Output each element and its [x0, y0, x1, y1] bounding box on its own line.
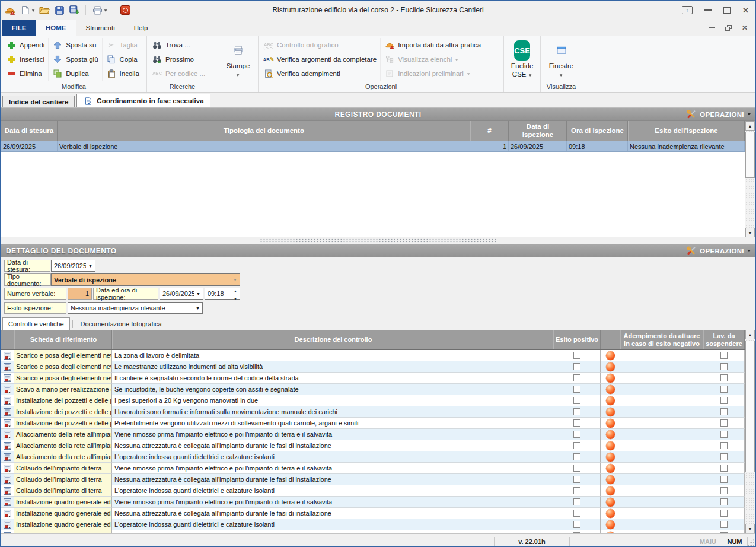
lav-da-sospendere-checkbox[interactable] [720, 442, 728, 449]
data-ispezione-combo[interactable]: 26/09/2025 [160, 288, 203, 300]
lav-da-sospendere-checkbox[interactable] [720, 465, 728, 472]
adempimento-cell[interactable] [620, 440, 703, 451]
stampe-button[interactable]: Stampe [219, 38, 257, 81]
col-numero[interactable]: # [470, 121, 509, 141]
save-as-button[interactable] [69, 5, 79, 15]
lav-da-sospendere-checkbox[interactable] [720, 453, 728, 460]
tab-home[interactable]: HOME [36, 20, 76, 36]
col-lav-da-sospendere[interactable]: Lav. da sospendere [703, 330, 745, 349]
minimize-button[interactable] [704, 9, 712, 11]
verifica-adempimenti-button[interactable]: Verifica adempimenti [261, 66, 379, 81]
col-ora-ispezione[interactable]: Ora di ispezione [567, 121, 628, 141]
data-di-stesura-combo[interactable]: 26/09/2025 [51, 260, 95, 272]
registro-scrollbar[interactable] [745, 121, 755, 237]
lav-da-sospendere-checkbox[interactable] [720, 521, 728, 528]
spinner-up-icon[interactable] [234, 287, 237, 294]
lav-da-sospendere-checkbox[interactable] [720, 487, 728, 494]
tab-controlli-e-verifiche[interactable]: Controlli e verifiche [2, 317, 70, 330]
ora-ispezione-field[interactable]: 09:18 [205, 288, 240, 300]
tab-coordinamento-in-fase-esecutiva[interactable]: Coordinamento in fase esecutiva [76, 94, 210, 107]
control-row[interactable]: Allacciamento della rete all'impianto di… [1, 451, 745, 463]
esito-positivo-checkbox[interactable] [573, 408, 580, 415]
maximize-button[interactable] [723, 7, 731, 14]
lav-da-sospendere-checkbox[interactable] [720, 498, 728, 505]
adempimento-cell[interactable] [620, 508, 703, 519]
lav-da-sospendere-checkbox[interactable] [720, 476, 728, 483]
adempimento-cell[interactable] [620, 519, 703, 530]
scroll-down-icon[interactable] [745, 228, 755, 237]
control-row[interactable]: Collaudo dell'impianto di terraL'operato… [1, 485, 745, 497]
mdi-minimize-button[interactable] [709, 27, 715, 28]
tab-help[interactable]: Help [125, 20, 158, 36]
adempimento-cell[interactable] [620, 350, 703, 361]
scroll-thumb[interactable] [745, 132, 755, 178]
mdi-restore-button[interactable] [725, 25, 732, 31]
lav-da-sospendere-checkbox[interactable] [720, 397, 728, 404]
scroll-up-icon[interactable] [745, 121, 755, 131]
splitter-grip[interactable] [260, 238, 497, 243]
print-button[interactable] [92, 6, 107, 15]
duplica-button[interactable]: Duplica [50, 66, 100, 81]
control-row[interactable]: Installazione quadro generale ed allacci… [1, 508, 745, 519]
adempimento-cell[interactable] [620, 373, 703, 384]
esito-positivo-checkbox[interactable] [573, 510, 580, 517]
adempimento-cell[interactable] [620, 497, 703, 508]
col-scheda[interactable]: Scheda di riferimento [14, 330, 112, 349]
time-spinner[interactable] [231, 287, 240, 301]
control-row[interactable]: Collaudo dell'impianto di terraViene rim… [1, 463, 745, 474]
esito-positivo-checkbox[interactable] [573, 419, 580, 427]
control-row[interactable]: Installazione dei pozzetti e delle punta… [1, 406, 745, 418]
control-row[interactable]: Allacciamento della rete all'impianto di… [1, 440, 745, 451]
control-row[interactable]: Scavo a mano per realizzazione dei po...… [1, 384, 745, 395]
lav-da-sospendere-checkbox[interactable] [720, 374, 728, 381]
col-data-ispezione[interactable]: Data di ispezione [509, 121, 567, 141]
registro-row[interactable]: 26/09/2025 Verbale di ispezione 1 26/09/… [1, 141, 745, 152]
adempimento-cell[interactable] [620, 384, 703, 395]
prossimo-button[interactable]: Prossimo [149, 52, 208, 66]
importa-dati-da-altra-pratica-button[interactable]: Importa dati da altra pratica [382, 38, 483, 52]
esito-positivo-checkbox[interactable] [573, 453, 580, 460]
esito-positivo-checkbox[interactable] [573, 521, 580, 528]
control-row[interactable]: Scarico e posa degli elementi new Jersey… [1, 361, 745, 373]
trova-button[interactable]: Trova ... [149, 38, 208, 52]
chevron-down-icon[interactable] [194, 288, 203, 299]
lav-da-sospendere-checkbox[interactable] [720, 510, 728, 517]
section-splitter[interactable] [1, 237, 755, 244]
verifica-argomenti-da-completare-button[interactable]: AB✎Verifica argomenti da completare [261, 52, 379, 66]
control-row[interactable]: Installazione dei pozzetti e delle punta… [1, 418, 745, 429]
euclide-cse-button[interactable]: CSEEuclideCSE [505, 38, 539, 81]
esito-positivo-checkbox[interactable] [573, 374, 580, 381]
elimina-button[interactable]: Elimina [4, 66, 47, 81]
tab-strumenti[interactable]: Strumenti [76, 20, 125, 36]
col-esito-positivo[interactable]: Esito positivo [553, 330, 601, 349]
lav-da-sospendere-checkbox[interactable] [720, 419, 728, 427]
esito-positivo-checkbox[interactable] [573, 498, 580, 505]
col-adempimento[interactable]: Adempimento da attuare in caso di esito … [620, 330, 703, 349]
tab-indice-del-cantiere[interactable]: Indice del cantiere [2, 96, 75, 107]
close-button[interactable] [742, 6, 749, 15]
esito-positivo-checkbox[interactable] [573, 442, 580, 449]
inserisci-button[interactable]: Inserisci [4, 52, 47, 66]
registro-operazioni-button[interactable]: OPERAZIONI [686, 108, 751, 120]
adempimento-cell[interactable] [620, 361, 703, 373]
lav-da-sospendere-checkbox[interactable] [720, 431, 728, 438]
adempimento-cell[interactable] [620, 474, 703, 485]
mdi-close-button[interactable] [742, 24, 748, 32]
esito-positivo-checkbox[interactable] [573, 487, 580, 494]
lav-da-sospendere-checkbox[interactable] [720, 408, 728, 415]
lav-da-sospendere-checkbox[interactable] [720, 363, 728, 370]
adempimento-cell[interactable] [620, 406, 703, 418]
adempimento-cell[interactable] [620, 418, 703, 429]
controlli-scrollbar[interactable] [745, 330, 755, 533]
chevron-down-icon[interactable] [86, 260, 95, 271]
col-data-di-stesura[interactable]: Data di stesura [1, 121, 58, 141]
scroll-down-icon[interactable] [745, 524, 755, 533]
copia-button[interactable]: Copia [104, 52, 142, 66]
tab-documentazione-fotografica[interactable]: Documentazione fotografica [75, 317, 167, 330]
chevron-down-icon[interactable] [231, 274, 240, 285]
esito-positivo-checkbox[interactable] [573, 352, 580, 359]
open-button[interactable] [39, 6, 50, 14]
control-row[interactable]: Collaudo dell'impianto di terraNessuna a… [1, 474, 745, 485]
esito-positivo-checkbox[interactable] [573, 397, 580, 404]
incolla-button[interactable]: Incolla [104, 66, 142, 81]
